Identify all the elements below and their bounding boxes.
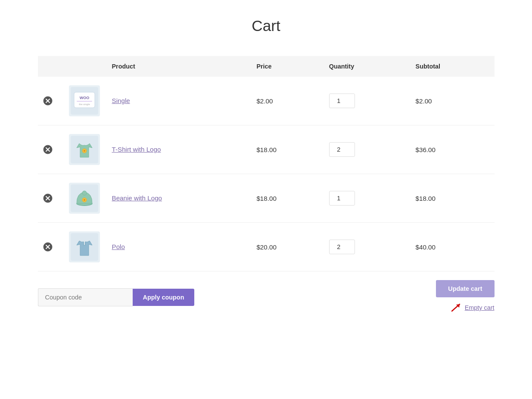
cart-table: Product Price Quantity Subtotal	[38, 56, 495, 271]
col-header-subtotal: Subtotal	[411, 56, 495, 77]
product-link[interactable]: Single	[112, 97, 130, 104]
product-image	[69, 231, 100, 262]
image-cell	[64, 174, 107, 223]
image-cell	[64, 125, 107, 174]
remove-button[interactable]	[43, 145, 53, 154]
apply-coupon-button[interactable]: Apply coupon	[133, 289, 195, 306]
table-row: WOO the single Single $2.00 $2.00	[38, 77, 495, 125]
col-header-quantity: Quantity	[324, 56, 411, 77]
table-row: T-Shirt with Logo $18.00 $36.00	[38, 125, 495, 174]
product-image: WOO the single	[69, 85, 100, 116]
quantity-input[interactable]	[329, 191, 355, 206]
quantity-cell	[324, 223, 411, 271]
col-header-image	[64, 56, 107, 77]
subtotal-cell: $18.00	[411, 174, 495, 223]
product-name-cell: T-Shirt with Logo	[107, 125, 252, 174]
svg-rect-6	[77, 101, 92, 102]
remove-cell	[38, 77, 64, 125]
svg-text:the single: the single	[79, 103, 90, 106]
svg-point-21	[84, 199, 85, 201]
price-cell: $2.00	[251, 77, 324, 125]
quantity-input[interactable]	[329, 94, 355, 108]
update-cart-button[interactable]: Update cart	[436, 280, 494, 297]
right-actions: Update cart Empty cart	[436, 280, 494, 315]
price-cell: $20.00	[251, 223, 324, 271]
svg-text:WOO: WOO	[79, 96, 89, 100]
subtotal-cell: $36.00	[411, 125, 495, 174]
quantity-input[interactable]	[329, 142, 355, 157]
arrow-icon	[450, 301, 462, 315]
remove-button[interactable]	[43, 193, 53, 203]
remove-button[interactable]	[43, 242, 53, 252]
quantity-cell	[324, 77, 411, 125]
col-header-product: Product	[107, 56, 252, 77]
cart-actions: Apply coupon Update cart Empty cart	[38, 271, 495, 319]
empty-cart-link[interactable]: Empty cart	[465, 304, 495, 311]
product-name-cell: Polo	[107, 223, 252, 271]
page-title: Cart	[38, 17, 495, 34]
svg-point-19	[82, 191, 87, 195]
product-link[interactable]: Beanie with Logo	[112, 194, 162, 202]
product-image	[69, 183, 100, 214]
col-header-price: Price	[251, 56, 324, 77]
quantity-cell	[324, 174, 411, 223]
subtotal-cell: $2.00	[411, 77, 495, 125]
product-image	[69, 134, 100, 165]
remove-button[interactable]	[43, 96, 53, 106]
image-cell	[64, 223, 107, 271]
table-row: Beanie with Logo $18.00 $18.00	[38, 174, 495, 223]
price-cell: $18.00	[251, 174, 324, 223]
product-name-cell: Single	[107, 77, 252, 125]
quantity-input[interactable]	[329, 240, 355, 254]
svg-point-13	[84, 150, 85, 152]
product-link[interactable]: T-Shirt with Logo	[112, 146, 161, 153]
subtotal-cell: $40.00	[411, 223, 495, 271]
col-header-remove	[38, 56, 64, 77]
table-row: Polo $20.00 $40.00	[38, 223, 495, 271]
remove-cell	[38, 125, 64, 174]
coupon-input[interactable]	[38, 288, 133, 306]
product-link[interactable]: Polo	[112, 243, 125, 250]
image-cell: WOO the single	[64, 77, 107, 125]
remove-cell	[38, 223, 64, 271]
remove-cell	[38, 174, 64, 223]
coupon-area: Apply coupon	[38, 288, 195, 306]
price-cell: $18.00	[251, 125, 324, 174]
empty-cart-area: Empty cart	[450, 301, 495, 315]
quantity-cell	[324, 125, 411, 174]
product-name-cell: Beanie with Logo	[107, 174, 252, 223]
